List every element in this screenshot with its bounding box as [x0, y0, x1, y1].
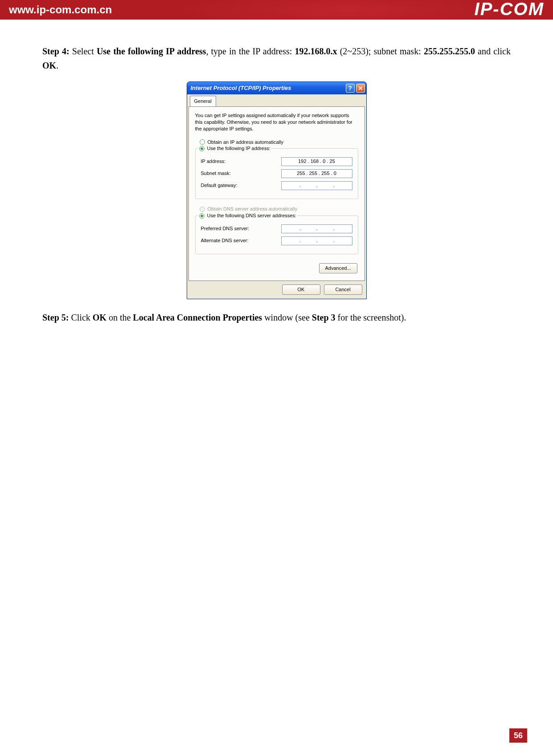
dialog-title: Internet Protocol (TCP/IP) Properties — [191, 84, 291, 93]
radio-dns-auto — [200, 207, 205, 212]
radio-dns-manual-label: Use the following DNS server addresses: — [207, 212, 297, 220]
close-button[interactable]: ✕ — [356, 84, 365, 93]
brand-logo: IP-COM — [475, 0, 544, 19]
dns-group: Use the following DNS server addresses: … — [195, 215, 358, 254]
dialog-titlebar[interactable]: Internet Protocol (TCP/IP) Properties ? … — [187, 82, 366, 94]
label-preferred-dns: Preferred DNS server: — [201, 225, 281, 233]
step4-label: Step 4: — [42, 46, 70, 56]
input-alternate-dns[interactable]: . . . — [281, 236, 352, 245]
tab-page-general: You can get IP settings assigned automat… — [188, 106, 365, 281]
intro-text: You can get IP settings assigned automat… — [195, 112, 358, 132]
input-default-gateway[interactable]: . . . — [281, 181, 352, 190]
step5-text: Step 5: Click OK on the Local Area Conne… — [42, 310, 511, 325]
step4-text: Step 4: Select Use the following IP addr… — [42, 44, 511, 73]
step5-label: Step 5: — [42, 313, 69, 322]
radio-ip-auto[interactable] — [200, 139, 205, 145]
radio-dns-manual[interactable] — [199, 213, 205, 219]
input-preferred-dns[interactable]: . . . — [281, 224, 352, 233]
page-header: www.ip-com.com.cn IP-COM — [0, 0, 553, 20]
page-number: 56 — [509, 728, 527, 743]
ok-button[interactable]: OK — [282, 285, 320, 295]
header-url: www.ip-com.com.cn — [9, 4, 112, 16]
cancel-button[interactable]: Cancel — [324, 285, 362, 295]
label-subnet-mask: Subnet mask: — [201, 170, 281, 178]
input-subnet-mask[interactable]: 255 . 255 . 255 . 0 — [281, 169, 352, 178]
help-button[interactable]: ? — [346, 84, 355, 93]
radio-ip-manual[interactable] — [199, 146, 205, 151]
advanced-button[interactable]: Advanced... — [319, 263, 357, 273]
label-default-gateway: Default gateway: — [201, 182, 281, 190]
input-ip-address[interactable]: 192 . 168 . 0 . 25 — [281, 157, 352, 166]
tcpip-properties-dialog: Internet Protocol (TCP/IP) Properties ? … — [187, 81, 367, 299]
label-ip-address: IP address: — [201, 158, 281, 166]
document-body: Step 4: Select Use the following IP addr… — [0, 20, 553, 360]
label-alternate-dns: Alternate DNS server: — [201, 237, 281, 245]
radio-ip-manual-label: Use the following IP address: — [207, 145, 270, 153]
ip-group: Use the following IP address: IP address… — [195, 148, 358, 199]
tab-general[interactable]: General — [190, 96, 216, 107]
tab-strip: General — [188, 96, 365, 106]
dialog-footer: OK Cancel — [188, 281, 365, 297]
